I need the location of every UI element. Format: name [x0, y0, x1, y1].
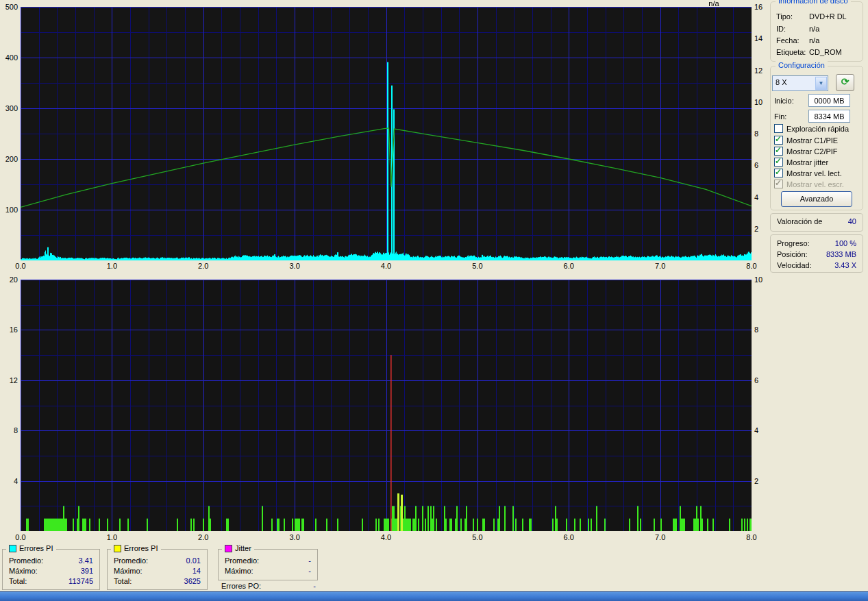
disc-info-panel: Información de disco Tipo: DVD+R DL ID: …	[770, 1, 863, 62]
right-axis-tick: 6	[754, 376, 771, 384]
left-axis-tick: 8	[0, 426, 18, 434]
x-axis-tick: 1.0	[101, 533, 122, 541]
row-label: Posición:	[777, 250, 808, 258]
row-label: ID:	[776, 25, 809, 35]
avanzado-button[interactable]: Avanzado	[781, 191, 852, 207]
disc-info-row-tipo: Tipo: DVD+R DL	[776, 12, 858, 23]
left-axis-tick: 4	[0, 477, 18, 485]
position-row: Posición: 8333 MB	[777, 250, 856, 260]
legend-errores-pif: Errores PI Promedio:0.01 Máximo:14 Total…	[107, 549, 208, 590]
row-label: Progreso:	[777, 239, 810, 247]
checkbox-box	[774, 169, 783, 177]
checkbox-mostrar-c1-pie[interactable]: Mostrar C1/PIE	[774, 136, 838, 146]
row-value: 3.43 X	[834, 261, 856, 269]
right-axis-tick: 14	[754, 34, 771, 42]
right-axis-tick: 12	[754, 66, 771, 75]
left-axis-tick: 100	[0, 206, 18, 214]
checkbox-mostrar-jitter[interactable]: Mostrar jitter	[774, 158, 828, 168]
row-value: -	[308, 567, 311, 575]
refresh-button[interactable]: ⟳	[836, 74, 854, 91]
left-axis-tick: 400	[0, 53, 18, 62]
disc-info-row-id: ID: n/a	[776, 25, 858, 35]
row-value: 113745	[69, 577, 93, 585]
row-value: -	[313, 582, 316, 590]
legend-title: Jitter	[235, 544, 251, 552]
checkbox-box	[774, 180, 783, 188]
pif-color-swatch	[114, 545, 121, 552]
right-axis-tick: 8	[754, 130, 771, 138]
x-axis-tick: 2.0	[193, 262, 214, 270]
right-axis-tick: 2	[754, 225, 771, 233]
row-value: 0.01	[186, 556, 201, 565]
pi-color-swatch	[9, 545, 16, 552]
row-label: Promedio:	[114, 556, 148, 565]
x-axis-tick: 7.0	[650, 533, 671, 541]
checkbox-mostrar-c2-pif[interactable]: Mostrar C2/PIF	[774, 147, 838, 157]
fin-field[interactable]	[808, 110, 850, 123]
row-label: Fecha:	[776, 36, 809, 47]
row-label: Etiqueta:	[776, 48, 809, 58]
right-axis-tick: 6	[754, 161, 771, 169]
checkbox-box	[774, 124, 783, 133]
errores-po-row: Errores PO: -	[221, 582, 316, 590]
progress-panel: Progreso: 100 % Posición: 8333 MB Veloci…	[770, 234, 863, 273]
row-label: Total:	[9, 577, 27, 585]
jitter-color-swatch	[225, 545, 232, 552]
x-axis-tick: 8.0	[741, 533, 762, 541]
checkbox-label: Mostrar vel. escr.	[786, 180, 844, 188]
x-axis-tick: 0.0	[10, 262, 31, 270]
checkbox-label: Mostrar vel. lect.	[786, 169, 842, 177]
row-value: n/a	[809, 36, 858, 47]
row-label: Total:	[114, 577, 132, 585]
inicio-field[interactable]	[808, 94, 850, 107]
row-value: n/a	[809, 25, 858, 35]
row-value: 14	[193, 567, 201, 575]
x-axis-tick: 1.0	[101, 262, 122, 270]
row-label: Promedio:	[9, 556, 43, 565]
legend-errores-pi: Errores PI Promedio:3.41 Máximo:391 Tota…	[2, 549, 100, 590]
row-value: -	[308, 556, 311, 565]
row-label: Promedio:	[225, 556, 259, 565]
checkbox-mostrar-vel-lect[interactable]: Mostrar vel. lect.	[774, 169, 842, 179]
disc-info-row-etiqueta: Etiqueta: CD_ROM	[776, 48, 858, 58]
checkbox-mostrar-vel-escr[interactable]: Mostrar vel. escr.	[774, 180, 844, 190]
x-axis-tick: 3.0	[284, 262, 305, 270]
checkbox-label: Mostrar C2/PIF	[786, 147, 838, 156]
x-axis-tick: 8.0	[741, 262, 762, 270]
right-axis-tick: 10	[754, 275, 771, 284]
x-axis-tick: 7.0	[650, 262, 671, 270]
row-label: Errores PO:	[221, 582, 261, 590]
row-label: Máximo:	[9, 567, 38, 575]
right-axis-tick: 4	[754, 426, 771, 434]
speed-select[interactable]: 8 X ▼	[772, 75, 828, 91]
checkbox-label: Mostrar C1/PIE	[786, 136, 838, 145]
left-axis-tick: 300	[0, 104, 18, 112]
right-axis-top-label: n/a	[700, 0, 728, 8]
pi-errors-speed-chart	[21, 7, 752, 260]
x-axis-tick: 5.0	[467, 262, 488, 270]
speed-select-value: 8 X	[776, 78, 787, 86]
left-axis-tick: 20	[0, 275, 18, 284]
row-value: CD_ROM	[809, 48, 858, 58]
right-axis-tick: 4	[754, 193, 771, 201]
config-title: Configuración	[776, 61, 828, 69]
left-axis-tick: 200	[0, 155, 18, 163]
x-axis-tick: 3.0	[284, 533, 305, 541]
checkbox-label: Mostrar jitter	[786, 158, 828, 167]
chevron-down-icon[interactable]: ▼	[815, 77, 827, 90]
background-window-titlebar	[0, 591, 868, 601]
left-axis-tick: 500	[0, 3, 18, 11]
right-axis-tick: 10	[754, 98, 771, 106]
inicio-label: Inicio:	[774, 97, 794, 105]
x-axis-tick: 0.0	[10, 533, 31, 541]
row-value: 100 %	[835, 239, 856, 247]
row-value: 391	[81, 567, 93, 575]
row-value: 8333 MB	[826, 250, 856, 258]
right-axis-tick: 2	[754, 477, 771, 485]
row-label: Tipo:	[776, 12, 809, 23]
row-value: DVD+R DL	[809, 12, 858, 23]
checkbox-exploracion-rapida[interactable]: Exploración rápida	[774, 124, 849, 134]
legend-title: Errores PI	[124, 544, 158, 552]
checkbox-label: Exploración rápida	[786, 125, 849, 133]
pif-errors-chart	[21, 280, 752, 531]
